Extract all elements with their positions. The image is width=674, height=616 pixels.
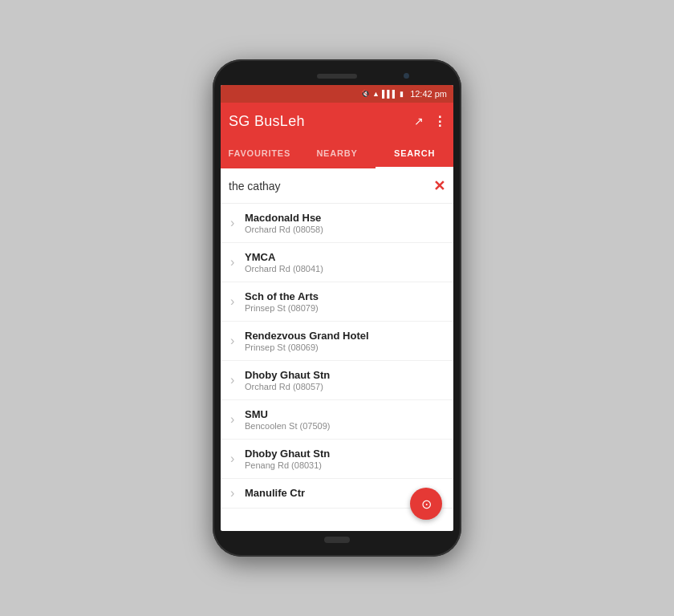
tab-favourites[interactable]: FAVOURITES — [221, 140, 298, 168]
result-sub: Prinsep St (08069) — [245, 342, 442, 352]
result-name: SMU — [245, 408, 442, 420]
status-time: 12:42 pm — [410, 89, 447, 99]
list-item[interactable]: Rendezvous Grand Hotel Prinsep St (08069… — [221, 322, 453, 361]
clear-button[interactable]: ✕ — [433, 177, 445, 195]
list-item[interactable]: Sch of the Arts Prinsep St (08079) — [221, 282, 453, 322]
result-name: Macdonald Hse — [245, 212, 442, 224]
status-bar: 🔇 ▲ ▌▌▌ ▮ 12:42 pm — [221, 85, 453, 103]
phone-screen: 🔇 ▲ ▌▌▌ ▮ 12:42 pm SG BusLeh ↗ ⋮ FAVOURI… — [221, 85, 453, 531]
result-sub: Orchard Rd (08041) — [245, 264, 442, 274]
location-icon: ⊙ — [421, 496, 432, 512]
tab-nearby[interactable]: NEARBY — [298, 140, 376, 168]
result-sub: Penang Rd (08031) — [245, 460, 442, 470]
phone-top-bar — [221, 67, 453, 85]
battery-icon: ▮ — [400, 90, 404, 98]
result-name: Dhoby Ghaut Stn — [245, 448, 442, 460]
phone-camera — [404, 73, 409, 79]
signal-icon: ▌▌▌ — [382, 90, 397, 98]
app-bar-icons: ↗ ⋮ — [414, 114, 445, 129]
result-name: Rendezvous Grand Hotel — [245, 330, 442, 342]
phone-bottom-bar — [221, 531, 453, 549]
result-sub: Prinsep St (08079) — [245, 303, 442, 313]
app-bar: SG BusLeh ↗ ⋮ — [221, 103, 453, 140]
more-vert-icon[interactable]: ⋮ — [433, 114, 445, 129]
results-container: Macdonald Hse Orchard Rd (08058) YMCA Or… — [221, 204, 453, 531]
share-icon[interactable]: ↗ — [414, 115, 424, 128]
location-fab[interactable]: ⊙ — [410, 488, 442, 520]
tab-bar: FAVOURITES NEARBY SEARCH — [221, 140, 453, 168]
search-query[interactable]: the cathay — [229, 180, 433, 192]
list-item[interactable]: Macdonald Hse Orchard Rd (08058) — [221, 204, 453, 243]
result-sub: Bencoolen St (07509) — [245, 421, 442, 431]
mute-icon: 🔇 — [361, 90, 370, 98]
result-sub: Orchard Rd (08058) — [245, 225, 442, 234]
result-name: Dhoby Ghaut Stn — [245, 369, 442, 381]
results-list: Macdonald Hse Orchard Rd (08058) YMCA Or… — [221, 204, 453, 509]
list-item[interactable]: Dhoby Ghaut Stn Orchard Rd (08057) — [221, 361, 453, 400]
wifi-icon: ▲ — [372, 90, 380, 98]
list-item[interactable]: SMU Bencoolen St (07509) — [221, 400, 453, 440]
search-bar: the cathay ✕ — [221, 168, 453, 204]
status-icons: 🔇 ▲ ▌▌▌ ▮ — [361, 90, 404, 98]
app-title: SG BusLeh — [229, 113, 414, 130]
result-name: YMCA — [245, 251, 442, 263]
tab-search[interactable]: SEARCH — [376, 140, 453, 168]
home-button[interactable] — [324, 537, 350, 543]
list-item[interactable]: YMCA Orchard Rd (08041) — [221, 243, 453, 282]
result-name: Sch of the Arts — [245, 290, 442, 302]
list-item[interactable]: Dhoby Ghaut Stn Penang Rd (08031) — [221, 440, 453, 479]
phone-device: 🔇 ▲ ▌▌▌ ▮ 12:42 pm SG BusLeh ↗ ⋮ FAVOURI… — [213, 59, 461, 557]
phone-speaker — [317, 74, 357, 79]
result-sub: Orchard Rd (08057) — [245, 382, 442, 391]
